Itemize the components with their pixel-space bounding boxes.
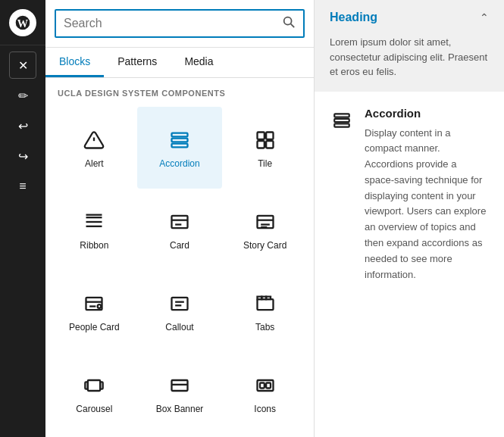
redo-button[interactable]: ↪	[9, 142, 36, 170]
chevron-up-icon: ⌃	[480, 11, 489, 23]
detail-section: Accordion Display content in a compact m…	[315, 92, 504, 438]
block-item-accordion[interactable]: Accordion	[137, 107, 223, 189]
right-panel: Heading ⌃ Lorem ipsum dolor sit amet, co…	[315, 0, 504, 437]
heading-body: Lorem ipsum dolor sit amet, consectetur …	[315, 35, 504, 92]
block-label-tile: Tile	[258, 158, 272, 169]
svg-rect-9	[257, 133, 264, 139]
svg-rect-31	[257, 299, 273, 310]
block-item-story-card[interactable]: Story Card	[222, 189, 308, 270]
wp-logo-icon: W	[9, 9, 36, 36]
svg-rect-10	[266, 133, 273, 139]
block-label-carousel: Carousel	[76, 404, 112, 414]
svg-point-2	[284, 17, 292, 25]
sidebar: Blocks Patterns Media UCLA Design System…	[45, 0, 315, 437]
svg-rect-20	[257, 216, 273, 228]
block-label-alert: Alert	[85, 158, 104, 169]
svg-text:W: W	[17, 17, 29, 29]
block-label-accordion: Accordion	[159, 158, 199, 169]
box-banner-icon	[166, 372, 193, 399]
undo-button[interactable]: ↩	[9, 112, 36, 139]
block-item-callout[interactable]: Callout	[137, 270, 223, 352]
block-item-icons[interactable]: Icons	[222, 352, 308, 434]
svg-rect-11	[257, 141, 264, 148]
section-label: UCLA Design System Components	[45, 78, 314, 104]
tabs-row: Blocks Patterns Media	[45, 48, 314, 78]
icons-icon	[252, 372, 279, 399]
list-view-button[interactable]: ≡	[9, 173, 36, 200]
tab-media[interactable]: Media	[171, 48, 227, 77]
detail-content: Accordion Display content in a compact m…	[365, 107, 489, 423]
svg-rect-7	[171, 139, 187, 142]
svg-rect-38	[260, 383, 265, 389]
block-label-box-banner: Box Banner	[156, 404, 204, 414]
detail-title: Accordion	[365, 107, 489, 120]
svg-rect-42	[334, 123, 349, 126]
search-icon	[282, 15, 296, 32]
block-label-people-card: People Card	[69, 322, 120, 332]
close-button[interactable]: ✕	[9, 52, 36, 79]
card-icon	[166, 208, 193, 236]
accordion-detail-icon	[330, 108, 354, 133]
people-card-icon	[80, 290, 108, 317]
svg-rect-28	[171, 298, 187, 310]
close-icon: ✕	[18, 58, 28, 73]
block-label-ribbon: Ribbon	[80, 240, 108, 251]
svg-rect-12	[266, 141, 273, 148]
ribbon-icon	[80, 208, 108, 236]
block-label-tabs: Tabs	[255, 322, 274, 332]
heading-section: Heading ⌃ Lorem ipsum dolor sit amet, co…	[315, 0, 504, 92]
block-item-card[interactable]: Card	[137, 189, 223, 270]
block-item-box-banner[interactable]: Box Banner	[137, 352, 223, 434]
block-item-tile[interactable]: Tile	[222, 107, 308, 189]
block-item-alert[interactable]: Alert	[52, 107, 137, 189]
toolbar-actions: ✕ ✏ ↩ ↪ ≡	[0, 45, 45, 206]
wp-logo-button[interactable]: W	[0, 0, 45, 45]
carousel-icon	[80, 372, 108, 399]
heading-title: Heading	[330, 11, 377, 24]
svg-rect-39	[266, 383, 271, 389]
block-item-people-card[interactable]: People Card	[52, 270, 137, 352]
detail-desc: Display content in a compact manner. Acc…	[365, 126, 489, 283]
block-label-icons: Icons	[254, 404, 276, 414]
block-label-card: Card	[170, 240, 189, 251]
search-wrapper	[45, 0, 314, 48]
svg-rect-33	[86, 382, 89, 389]
pencil-icon: ✏	[18, 89, 28, 103]
svg-rect-17	[171, 216, 187, 228]
blocks-grid: Alert Accordion	[45, 104, 314, 437]
block-item-tabs[interactable]: Tabs	[222, 270, 308, 352]
search-box	[55, 9, 305, 38]
accordion-icon	[166, 126, 193, 154]
alert-icon	[80, 126, 108, 154]
undo-icon: ↩	[18, 119, 28, 133]
svg-rect-40	[334, 114, 349, 117]
callout-icon	[166, 290, 193, 317]
tab-blocks[interactable]: Blocks	[45, 48, 104, 77]
search-input[interactable]	[64, 17, 276, 30]
list-icon: ≡	[19, 179, 26, 193]
redo-icon: ↪	[18, 149, 28, 164]
block-label-callout: Callout	[165, 322, 193, 332]
svg-rect-41	[334, 118, 349, 121]
story-card-icon	[252, 208, 279, 236]
svg-rect-6	[171, 133, 187, 137]
svg-line-3	[291, 24, 295, 28]
edit-button[interactable]: ✏	[9, 82, 36, 109]
heading-header[interactable]: Heading ⌃	[315, 0, 504, 35]
svg-rect-32	[88, 380, 100, 391]
block-label-story-card: Story Card	[243, 240, 286, 251]
block-item-carousel[interactable]: Carousel	[52, 352, 137, 434]
tile-icon	[252, 126, 279, 154]
svg-rect-8	[171, 144, 187, 148]
svg-point-27	[98, 304, 102, 308]
tab-patterns[interactable]: Patterns	[104, 48, 171, 77]
toolbar: W ✕ ✏ ↩ ↪ ≡	[0, 0, 45, 437]
tabs-icon	[252, 290, 279, 317]
svg-rect-34	[100, 382, 103, 389]
block-item-ribbon[interactable]: Ribbon	[52, 189, 137, 270]
